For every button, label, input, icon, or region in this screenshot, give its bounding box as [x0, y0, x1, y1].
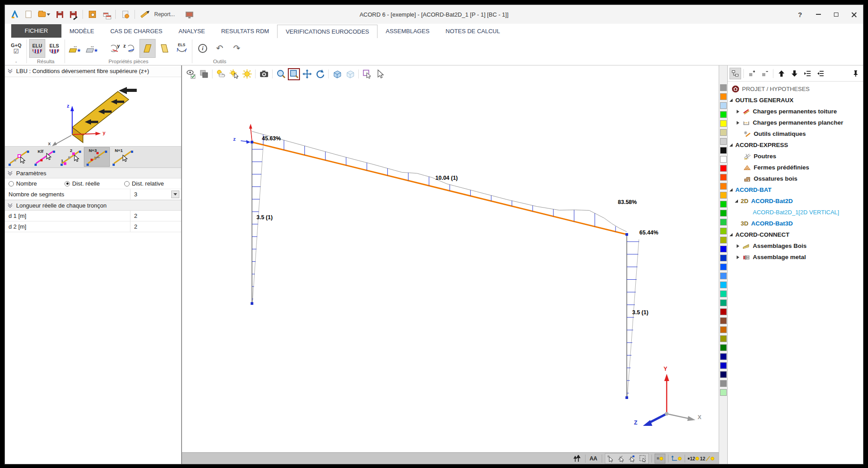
- expander-open-icon[interactable]: [735, 199, 738, 203]
- visibility-options-button[interactable]: [185, 68, 197, 80]
- select-member-node-button[interactable]: [627, 454, 638, 464]
- palette-color[interactable]: [720, 326, 727, 333]
- remove-node-button[interactable]: [759, 68, 771, 79]
- move-up-button[interactable]: [776, 68, 787, 79]
- tree-item-charges-toiture[interactable]: Charges permanentes toiture: [728, 106, 863, 117]
- drawing-area[interactable]: 45.63% 10.04 (1) 83.58% 65.44% 3.5 (1) 3…: [182, 82, 719, 452]
- tree-item-poutres[interactable]: Poutres: [728, 151, 863, 162]
- palette-color[interactable]: [720, 335, 727, 342]
- field-value[interactable]: 2: [130, 223, 181, 230]
- save-as-button[interactable]: [68, 9, 78, 20]
- palette-color[interactable]: [720, 183, 727, 190]
- els-deformation-button[interactable]: ELS: [174, 39, 190, 58]
- expander-closed-icon[interactable]: [737, 244, 739, 248]
- tree-item-charges-plancher[interactable]: Charges permanentes plancher: [728, 117, 863, 128]
- rotation-y-button[interactable]: y: [105, 39, 122, 58]
- undo-button[interactable]: ↶: [212, 39, 228, 58]
- radio-icon-selected[interactable]: [65, 181, 70, 186]
- tool-one-segment[interactable]: N=1: [110, 147, 136, 167]
- tree-item-acord-bat[interactable]: ACORD-BAT: [728, 184, 863, 195]
- palette-color[interactable]: [720, 389, 727, 396]
- collapse-chevron-icon[interactable]: [8, 171, 13, 176]
- expander-open-icon[interactable]: [729, 188, 733, 191]
- palette-color[interactable]: [720, 228, 727, 234]
- scale-arrows-button[interactable]: [572, 454, 582, 464]
- palette-color[interactable]: [720, 290, 727, 297]
- tab-assemblages[interactable]: ASSEMBLAGES: [378, 25, 438, 38]
- d1-row[interactable]: d 1 [m] 2: [5, 211, 181, 221]
- palette-color[interactable]: [720, 219, 727, 225]
- tree-item-assemblage-metal[interactable]: Assemblage metal: [728, 251, 863, 263]
- rotation-z-button[interactable]: z: [122, 39, 139, 58]
- open-file-button[interactable]: [36, 9, 52, 20]
- open-dropdown-caret[interactable]: [47, 13, 50, 16]
- palette-color[interactable]: [720, 308, 727, 315]
- report-pencil-icon[interactable]: [139, 9, 150, 20]
- palette-color[interactable]: [720, 344, 727, 351]
- palette-color[interactable]: [720, 138, 727, 145]
- segments-count-row[interactable]: Nombre de segments 3: [5, 189, 181, 200]
- palette-color[interactable]: [720, 111, 727, 118]
- full-light-button[interactable]: [241, 68, 253, 80]
- expander-closed-icon[interactable]: [737, 256, 739, 259]
- move-down-button[interactable]: [789, 68, 800, 79]
- tool-n-segments[interactable]: N=3 ✂: [84, 147, 110, 167]
- info-button[interactable]: i: [195, 39, 211, 58]
- palette-color[interactable]: [720, 174, 727, 181]
- panel-header[interactable]: LBU : Conditions déversement fibre supér…: [5, 65, 181, 77]
- tab-modele[interactable]: MODÈLE: [61, 25, 102, 38]
- expand-all-button[interactable]: [802, 68, 813, 79]
- tree-item-acord-bat3d[interactable]: 3D ACORD-Bat3D: [728, 218, 863, 229]
- tree-view-button[interactable]: [729, 68, 741, 79]
- palette-color[interactable]: [720, 237, 727, 243]
- beam-section-button[interactable]: ↔ ★: [67, 39, 83, 58]
- light-select-button[interactable]: [228, 68, 240, 80]
- palette-color[interactable]: [720, 84, 727, 91]
- select-member-button[interactable]: [616, 454, 627, 464]
- pan-button[interactable]: [301, 68, 313, 80]
- select-window-button[interactable]: [638, 454, 648, 464]
- tool-select-segment[interactable]: [6, 147, 32, 167]
- tab-cas-de-charges[interactable]: CAS DE CHARGES: [102, 25, 170, 38]
- tab-notes-de-calcul[interactable]: NOTES DE CALCUL: [438, 25, 508, 38]
- tree-item-fermes-predefinies[interactable]: Fermes prédéfinies: [728, 162, 863, 173]
- maximize-button[interactable]: [827, 5, 845, 24]
- tab-analyse[interactable]: ANALYSE: [170, 25, 213, 38]
- tree-item-outils-climatiques[interactable]: Outils climatiques: [728, 128, 863, 139]
- tree-item-acord-express[interactable]: ACORD-EXPRESS: [728, 139, 863, 151]
- collapse-chevron-icon[interactable]: [8, 203, 13, 208]
- radio-nombre[interactable]: Nombre: [9, 180, 37, 187]
- palette-color[interactable]: [720, 210, 727, 217]
- palette-color[interactable]: [720, 317, 727, 324]
- gq-toggle-button[interactable]: G+Q ☑: [8, 39, 24, 58]
- zoom-button[interactable]: [275, 68, 287, 80]
- layers-button[interactable]: [198, 68, 210, 80]
- palette-color[interactable]: [720, 93, 727, 100]
- select-node-button[interactable]: [605, 454, 616, 464]
- close-button[interactable]: [845, 5, 863, 24]
- collapse-chevron-icon[interactable]: [8, 69, 13, 74]
- tree-item-acord-connect[interactable]: ACORD-CONNECT: [728, 229, 863, 240]
- palette-color[interactable]: [720, 282, 727, 288]
- radio-icon[interactable]: [124, 181, 130, 186]
- render-cloud-button[interactable]: [215, 68, 227, 80]
- expander-open-icon[interactable]: [729, 143, 733, 147]
- palette-color[interactable]: [720, 362, 727, 369]
- redo-button[interactable]: ↷: [229, 39, 245, 58]
- radio-dist-reelle[interactable]: Dist. réelle: [65, 180, 100, 187]
- help-button[interactable]: ?: [791, 11, 809, 18]
- monitor-button[interactable]: [184, 9, 195, 20]
- palette-color[interactable]: [720, 299, 727, 306]
- new-document-button[interactable]: [23, 9, 34, 20]
- screenshot-button[interactable]: [258, 68, 270, 80]
- tree-item-assemblages-bois[interactable]: Assemblages Bois: [728, 240, 863, 251]
- rotate-view-button[interactable]: [314, 68, 326, 80]
- export-document-button[interactable]: [120, 9, 130, 20]
- palette-color[interactable]: [720, 380, 727, 387]
- tab-fichier[interactable]: FICHIER: [11, 24, 61, 38]
- show-node-numbers-button[interactable]: 12: [688, 454, 699, 464]
- tool-klf[interactable]: Klf: [32, 147, 58, 167]
- save-button[interactable]: [54, 9, 65, 20]
- palette-color[interactable]: [720, 165, 727, 172]
- d2-row[interactable]: d 2 [m] 2: [5, 221, 181, 232]
